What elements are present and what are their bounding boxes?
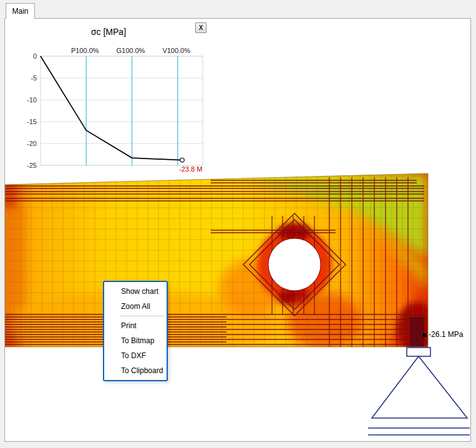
chart-close-button[interactable]: X (195, 22, 206, 33)
menu-item-to-dxf[interactable]: To DXF (104, 348, 167, 363)
support-plate (407, 348, 430, 356)
menu-separator (120, 316, 164, 316)
svg-text:-15: -15 (27, 118, 37, 125)
svg-text:G100.0%: G100.0% (117, 47, 145, 54)
bearing-plate (410, 317, 424, 347)
fea-stress-plot[interactable] (5, 172, 429, 353)
svg-text:-10: -10 (27, 96, 37, 104)
support-triangle (372, 356, 467, 418)
opening-hole (268, 238, 321, 291)
contour-left-red-top (5, 183, 16, 208)
peak-stress-label: -26.1 MPa (429, 330, 463, 339)
context-menu: Show chart Zoom All Print To Bitmap To D… (103, 281, 168, 381)
svg-text:-25: -25 (27, 162, 37, 169)
menu-item-print[interactable]: Print (104, 318, 167, 333)
svg-text:0: 0 (33, 52, 37, 60)
menu-item-to-bitmap[interactable]: To Bitmap (104, 333, 167, 348)
peak-stress-marker (423, 333, 427, 337)
menu-item-to-clipboard[interactable]: To Clipboard (104, 363, 167, 378)
tab-main[interactable]: Main (6, 3, 35, 19)
chart-title: σc [MPa] (74, 27, 143, 37)
support-symbol (367, 346, 474, 439)
svg-text:-23.8 M: -23.8 M (179, 165, 202, 173)
svg-text:V100.0%: V100.0% (162, 47, 190, 54)
svg-text:-20: -20 (27, 140, 37, 147)
svg-text:-5: -5 (31, 74, 37, 82)
menu-item-show-chart[interactable]: Show chart (104, 284, 167, 299)
stress-history-chart: 0-5-10-15-20-25P100.0%G100.0%V100.0%-23.… (19, 46, 212, 175)
svg-text:P100.0%: P100.0% (71, 47, 99, 54)
contour-plume (287, 293, 362, 349)
menu-item-zoom-all[interactable]: Zoom All (104, 299, 167, 314)
